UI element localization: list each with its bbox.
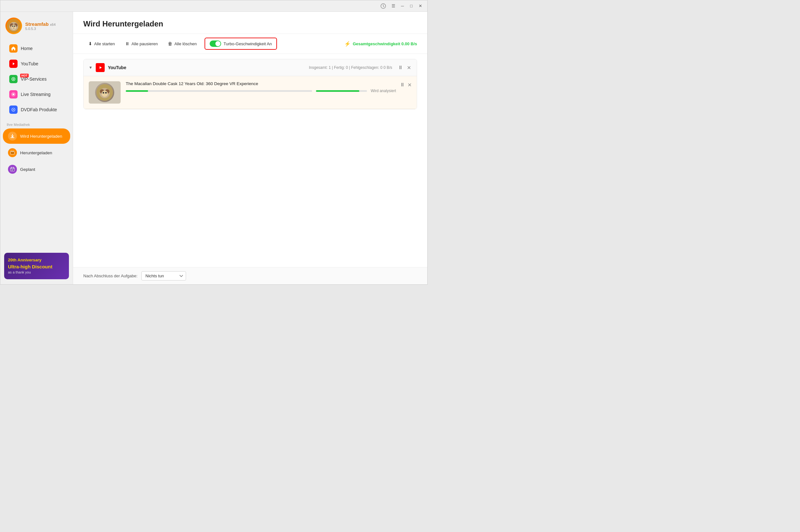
thumbnail-sloth-image [95, 83, 114, 102]
delete-all-button[interactable]: 🗑 Alle löschen [163, 39, 202, 49]
item-thumbnail [89, 81, 121, 103]
group-header-youtube: ▼ YouTube Insgesamt: 1 | Fertig: 0 | Feh… [84, 59, 417, 76]
downloaded-icon [8, 148, 17, 157]
hot-badge: HOT [20, 74, 29, 77]
youtube-icon [9, 60, 18, 68]
logo-name: Streamfab x64 [25, 21, 56, 27]
pause-all-label: Alle pausieren [131, 41, 158, 46]
item-title: The Macallan Double Cask 12 Years Old: 3… [126, 81, 396, 86]
titlebar-menu-btn[interactable]: ☰ [389, 2, 398, 11]
download-group-youtube: ▼ YouTube Insgesamt: 1 | Fertig: 0 | Feh… [83, 59, 417, 109]
svg-point-12 [13, 93, 14, 95]
youtube-service-icon [96, 63, 105, 72]
turbo-toggle[interactable] [210, 40, 221, 47]
group-chevron-icon[interactable]: ▼ [89, 65, 93, 70]
content-header: Wird Heruntergeladen [73, 12, 427, 34]
home-icon [9, 44, 18, 53]
turbo-button[interactable]: Turbo-Geschwindigkeit An [204, 38, 277, 50]
logo-image [5, 18, 22, 34]
sidebar-item-planned-label: Geplant [20, 167, 35, 172]
svg-point-5 [11, 24, 16, 30]
dvdfab-icon [9, 106, 18, 114]
svg-point-6 [12, 25, 13, 27]
sidebar-item-vip-services[interactable]: VIP-Services HOT [3, 72, 70, 87]
logo-version: 5.0.5.3 [25, 27, 56, 31]
downloads-area: ▼ YouTube Insgesamt: 1 | Fertig: 0 | Feh… [73, 54, 427, 267]
group-pause-btn[interactable]: ⏸ [397, 64, 404, 71]
downloading-icon [8, 132, 17, 140]
progress-bar-2 [316, 90, 359, 92]
group-actions: ⏸ ✕ [397, 64, 412, 71]
sidebar-item-youtube[interactable]: YouTube [3, 56, 70, 71]
svg-point-11 [13, 78, 14, 80]
sidebar-item-downloading-label: Wird Heruntergeladen [20, 134, 62, 139]
item-close-btn[interactable]: ✕ [407, 82, 412, 88]
speed-value: Gesamtgeschwindigkeit 0.00 B/s [352, 41, 417, 46]
library-section-label: Ihre Mediathek [0, 119, 73, 128]
svg-point-25 [105, 92, 107, 94]
download-item: The Macallan Double Cask 12 Years Old: 3… [84, 76, 417, 109]
sidebar-item-home-label: Home [21, 46, 33, 51]
pause-all-icon: ⏸ [125, 41, 130, 46]
svg-marker-9 [13, 62, 15, 65]
promo-anniversary: 20th Anniversary [8, 257, 65, 263]
sidebar-item-live-streaming-label: Live Streaming [21, 92, 50, 97]
titlebar: ☰ ─ □ ✕ [0, 0, 427, 12]
sidebar-logo: Streamfab x64 5.0.5.3 [0, 12, 73, 39]
item-info: The Macallan Double Cask 12 Years Old: 3… [126, 81, 396, 93]
toolbar: ⬇ Alle starten ⏸ Alle pausieren 🗑 Alle l… [73, 34, 427, 54]
titlebar-minimize-btn[interactable]: ─ [398, 2, 407, 11]
speed-icon: ⚡ [344, 41, 351, 47]
item-progress-row: Wird analysiert [126, 89, 396, 93]
group-name-youtube: YouTube [108, 65, 309, 70]
live-streaming-icon [9, 90, 18, 98]
sidebar-item-dvdfab-label: DVDFab Produkte [21, 107, 57, 112]
sidebar-bottom: 20th Anniversary Ultra-high Discount as … [0, 249, 73, 284]
promo-card[interactable]: 20th Anniversary Ultra-high Discount as … [4, 253, 69, 279]
turbo-label: Turbo-Geschwindigkeit An [224, 41, 272, 46]
svg-point-24 [103, 92, 104, 94]
sidebar-item-planned[interactable]: Geplant [3, 162, 70, 177]
titlebar-close-btn[interactable]: ✕ [416, 2, 425, 11]
promo-thanks: as a thank you [8, 270, 65, 275]
sidebar-item-downloaded-label: Heruntergeladen [20, 150, 52, 155]
logo-text: Streamfab x64 5.0.5.3 [25, 21, 56, 31]
speed-display: ⚡ Gesamtgeschwindigkeit 0.00 B/s [344, 41, 417, 47]
titlebar-time-icon[interactable] [379, 2, 388, 11]
main-layout: Streamfab x64 5.0.5.3 Home [0, 12, 427, 284]
sidebar: Streamfab x64 5.0.5.3 Home [0, 12, 73, 284]
sidebar-item-dvdfab[interactable]: DVDFab Produkte [3, 102, 70, 117]
group-close-btn[interactable]: ✕ [406, 64, 412, 71]
app-window: ☰ ─ □ ✕ [0, 0, 428, 285]
item-status: Wird analysiert [371, 89, 396, 93]
start-all-icon: ⬇ [88, 41, 92, 46]
footer-label: Nach Abschluss der Aufgabe: [83, 273, 138, 278]
progress-bar [126, 90, 148, 92]
sidebar-item-live-streaming[interactable]: Live Streaming [3, 87, 70, 102]
pause-all-button[interactable]: ⏸ Alle pausieren [120, 39, 163, 49]
sidebar-item-downloaded[interactable]: Heruntergeladen [3, 145, 70, 160]
group-stats-youtube: Insgesamt: 1 | Fertig: 0 | Fehlgeschlage… [309, 65, 392, 70]
svg-point-23 [102, 91, 108, 97]
progress-bar-container [126, 90, 312, 92]
progress-bar-container-2 [316, 90, 367, 92]
item-actions: ⏸ ✕ [400, 81, 412, 88]
sidebar-nav: Home YouTube [0, 39, 73, 119]
planned-icon [8, 165, 17, 174]
svg-point-15 [13, 109, 14, 110]
delete-all-icon: 🗑 [168, 41, 172, 46]
item-pause-btn[interactable]: ⏸ [400, 82, 405, 88]
sidebar-item-home[interactable]: Home [3, 41, 70, 56]
sidebar-item-downloading[interactable]: Wird Heruntergeladen [3, 129, 70, 144]
start-all-button[interactable]: ⬇ Alle starten [83, 39, 120, 49]
vip-icon [9, 75, 18, 83]
svg-point-8 [13, 27, 15, 29]
titlebar-maximize-btn[interactable]: □ [407, 2, 416, 11]
content-footer: Nach Abschluss der Aufgabe: Nichts tun H… [73, 267, 427, 284]
start-all-label: Alle starten [94, 41, 115, 46]
task-completion-select[interactable]: Nichts tun Herunterfahren Ruhezustand Be… [141, 271, 186, 281]
sidebar-item-youtube-label: YouTube [21, 61, 38, 66]
promo-discount: Ultra-high Discount [8, 263, 65, 270]
page-title: Wird Heruntergeladen [83, 19, 417, 28]
delete-all-label: Alle löschen [174, 41, 197, 46]
